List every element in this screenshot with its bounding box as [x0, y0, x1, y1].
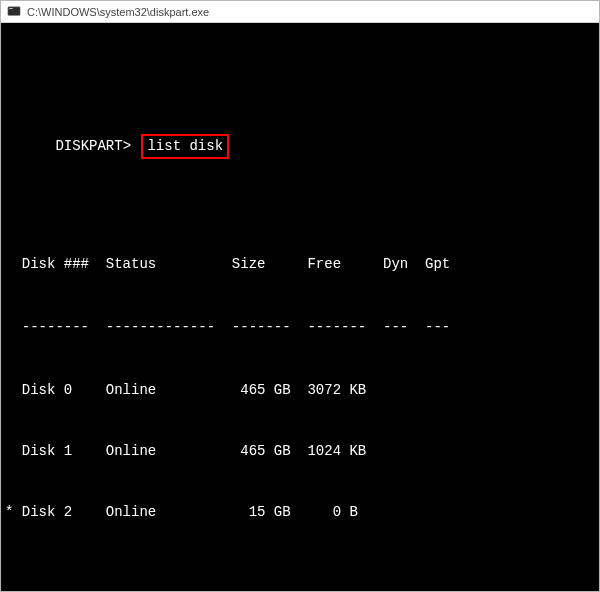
disk-table-row: * Disk 2 Online 15 GB 0 B	[5, 502, 595, 522]
diskpart-app-icon	[7, 5, 21, 19]
disk-table-separator: -------- ------------- ------- ------- -…	[5, 317, 595, 337]
prompt: DISKPART>	[55, 138, 131, 154]
disk-table-row: Disk 0 Online 465 GB 3072 KB	[5, 380, 595, 400]
titlebar[interactable]: C:\WINDOWS\system32\diskpart.exe	[1, 1, 599, 23]
svg-rect-1	[9, 8, 13, 9]
cmd-list-disk: list disk	[141, 134, 229, 158]
disk-table-row: Disk 1 Online 465 GB 1024 KB	[5, 441, 595, 461]
window-title: C:\WINDOWS\system32\diskpart.exe	[27, 6, 209, 18]
terminal-output[interactable]: DISKPART> list disk Disk ### Status Size…	[1, 23, 599, 591]
diskpart-window: C:\WINDOWS\system32\diskpart.exe DISKPAR…	[0, 0, 600, 592]
disk-table-header: Disk ### Status Size Free Dyn Gpt	[5, 254, 595, 274]
